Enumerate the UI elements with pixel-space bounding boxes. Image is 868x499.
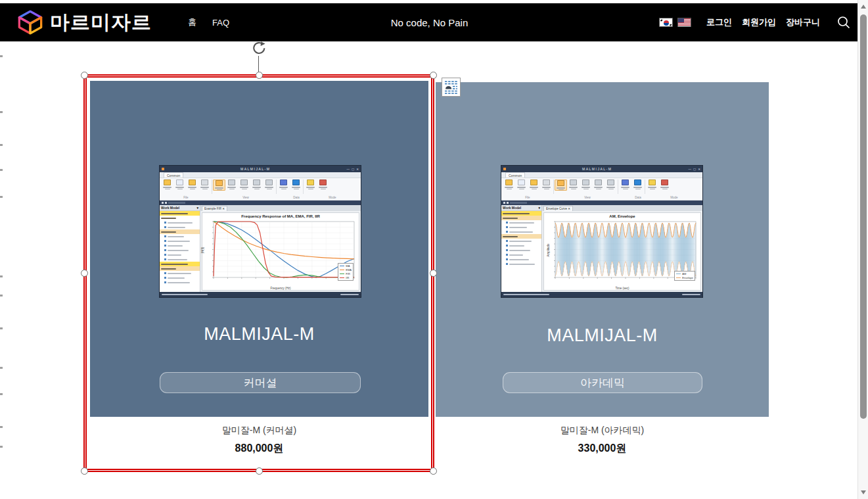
selection-handle-nw[interactable] [81,72,88,79]
ribbon-tab-common: Common [164,172,183,178]
tree-row [501,211,541,216]
tree-row [160,257,200,262]
app-statusbar [160,292,361,297]
scrollbar-down-arrow[interactable] [861,490,866,494]
ruler-tick [0,111,3,113]
ribbon-group-labels: File View Data Mode [501,196,702,201]
app-titlebar: MALMIJAL-M —▢✕ [501,166,702,172]
product-caption: 말미잘-M (커머셜) [84,425,434,437]
tree-row [160,211,200,216]
tree-row [501,243,541,248]
ruler-tick [0,275,3,277]
logo-cube-icon [17,8,43,37]
product-price: 880,000원 [84,442,434,456]
login-link[interactable]: 로그인 [706,16,732,28]
window-controls: —▢✕ [346,168,359,171]
us-flag-icon[interactable] [677,18,691,27]
product-image-academic[interactable]: MALMIJAL-M —▢✕ Common File View Data Mod… [436,82,769,417]
language-switcher [659,18,691,27]
korean-flag-icon[interactable] [659,18,673,27]
chart-tab: Envelope Curve ✕ [543,206,573,211]
toolbar-icon [238,179,250,189]
toolbar-icon [580,179,592,189]
tree-row [501,262,541,266]
tree-row [160,280,200,285]
tree-row [501,229,541,234]
selection-handle-s[interactable] [256,467,263,475]
signup-link[interactable]: 회원가입 [742,16,776,28]
tree-row [160,252,200,257]
toolbar-icon [290,179,302,189]
x-axis-label: Frequency (Hz) [202,287,359,290]
product-image-commercial[interactable]: MALMIJAL-M —▢✕ Common File View Data Mod… [90,81,428,417]
tree-row [160,220,200,225]
selection-handle-n[interactable] [256,72,263,79]
edition-button-academic[interactable]: 아카데믹 [503,372,702,393]
tree-row [160,266,200,271]
chart-tab: Example FIR ✕ [202,206,227,211]
toolbar-icon [173,179,186,189]
ruler-tick [0,169,3,171]
toolbar-icon [161,179,173,189]
tree-row [501,216,541,220]
scrollbar-thumb[interactable] [860,14,867,419]
ruler-tick [0,55,3,57]
cart-link[interactable]: 장바구니 [786,16,820,28]
logo-link[interactable]: 마르미자르 [17,3,152,41]
nav-item-faq[interactable]: FAQ [212,18,229,28]
figure-frequency-response: Frequency Response of MA, EMA, FIR, IIR … [202,212,359,291]
app-title: MALMIJAL-M [506,167,688,171]
tree-panel-title: Work Model [503,206,521,210]
toolbar-icon [263,179,275,189]
ruler-tick [0,367,3,369]
toolbar-icon [277,179,290,189]
tree-row [501,239,541,243]
account-links: 로그인 회원가입 장바구니 [706,16,820,28]
page-scrollbar[interactable] [857,0,868,499]
header-right: 로그인 회원가입 장바구니 [659,3,851,41]
product-price: 330,000원 [436,442,769,456]
ribbon-toolbar [160,178,361,196]
figure-am-envelope: AM, Envelope Amplitude AMEnvelope Time (… [543,212,701,291]
ribbon-tab-row: Common [501,172,702,178]
ruler-tick [0,446,3,448]
selection-handle-w[interactable] [81,270,88,277]
tree-row [160,239,200,243]
header-bar: 마르미자르 홈 FAQ No code, No Pain 로그인 회원가입 장바… [0,3,859,41]
ruler-tick [0,144,3,146]
app-screenshot-commercial: MALMIJAL-M —▢✕ Common File View Data Mod… [160,166,361,297]
ruler-tick [0,327,3,329]
product-title: MALMIJAL-M [90,324,428,345]
app-title: MALMIJAL-M [164,167,346,171]
scrollbar-up-arrow[interactable] [861,5,866,9]
rotate-handle-stem [258,56,259,72]
nav-item-home[interactable]: 홈 [188,16,196,28]
app-quickbar [160,201,361,205]
tree-row [501,225,541,229]
edition-button-commercial[interactable]: 커머셜 [160,372,361,393]
product-title: MALMIJAL-M [436,325,769,346]
tree-row [501,248,541,252]
toolbar-icon [304,179,317,189]
tree-row [160,243,200,248]
selection-handle-ne[interactable] [430,72,437,79]
toolbar-icon [250,179,263,189]
app-statusbar [501,292,702,297]
model-tree-panel: Work Model▾ [501,205,542,292]
selection-handle-e[interactable] [430,270,437,277]
toolbar-icon [503,179,515,189]
tree-row [160,275,200,280]
rotate-handle-icon[interactable] [251,40,267,56]
tree-row [160,248,200,252]
image-text-wrap-icon[interactable] [442,78,461,97]
selection-handle-se[interactable] [430,467,437,475]
selection-handle-sw[interactable] [81,467,88,475]
toolbar-icon [528,179,540,189]
tree-row [160,234,200,239]
product-caption: 말미잘-M (아카데믹) [436,425,769,437]
ribbon-group-labels: File View Data Mode [160,196,361,201]
chart-area: Envelope Curve ✕ AM, Envelope Amplitude … [542,205,702,292]
app-quickbar [501,201,702,205]
toolbar-icon [605,179,617,189]
search-icon[interactable] [836,15,851,30]
